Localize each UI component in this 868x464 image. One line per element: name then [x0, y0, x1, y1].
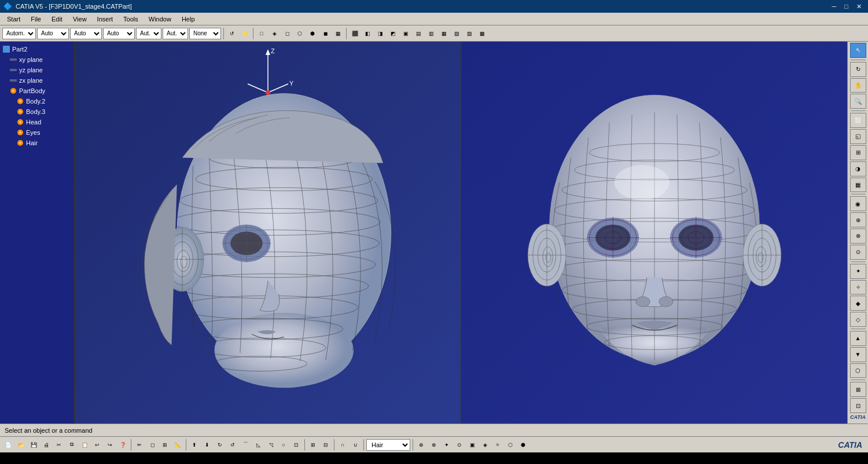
bottom-btn-shaft[interactable]: ↻ — [214, 439, 226, 451]
none-dropdown[interactable]: None — [189, 28, 221, 39]
bottom-btn-open[interactable]: 📂 — [15, 439, 27, 451]
toolbar-btn-2[interactable]: ⭐ — [239, 28, 251, 39]
bottom-btn-groove[interactable]: ↺ — [227, 439, 238, 451]
toolbar-btn-4[interactable]: ◈ — [269, 28, 280, 39]
tree-item-body3[interactable]: Body.3 — [0, 106, 74, 117]
auto3-dropdown[interactable]: Auto — [103, 28, 135, 39]
rt-btn-b[interactable]: ⊕ — [850, 212, 866, 227]
auto2-dropdown[interactable]: Auto — [70, 28, 102, 39]
toolbar-btn-20[interactable]: ▩ — [476, 28, 488, 39]
menu-edit[interactable]: Edit — [47, 14, 67, 24]
tree-root[interactable]: Part2 — [0, 44, 74, 54]
rt-btn-a[interactable]: ◉ — [850, 196, 866, 211]
bottom-btn-x[interactable]: ⊕ — [415, 439, 427, 451]
bottom-btn-new[interactable]: 📄 — [2, 439, 14, 451]
toolbar-btn-10[interactable]: ⬛ — [349, 28, 361, 39]
rt-btn-rotate[interactable]: ↻ — [850, 62, 866, 77]
rt-btn-view-iso[interactable]: ◱ — [850, 129, 866, 144]
bottom-btn-copy[interactable]: ⧉ — [66, 439, 78, 451]
rt-btn-d[interactable]: ⊙ — [850, 245, 866, 260]
menu-insert[interactable]: Insert — [93, 14, 118, 24]
bottom-btn-fillet[interactable]: ⌒ — [240, 439, 251, 451]
bottom-btn-draft[interactable]: ◹ — [265, 439, 277, 451]
menu-tools[interactable]: Tools — [119, 14, 143, 24]
menu-help[interactable]: Help — [177, 14, 200, 24]
rt-btn-pan[interactable]: ✋ — [850, 78, 866, 93]
rt-btn-zoom[interactable]: 🔍 — [850, 94, 866, 109]
menu-view[interactable]: View — [68, 14, 91, 24]
bottom-btn-ff[interactable]: ⬢ — [517, 439, 529, 451]
maximize-button[interactable]: □ — [841, 3, 851, 10]
toolbar-btn-19[interactable]: ▨ — [464, 28, 475, 39]
bottom-btn-pad[interactable]: ⬆ — [189, 439, 200, 451]
rt-btn-c[interactable]: ⊗ — [850, 229, 866, 244]
bottom-btn-undo[interactable]: ↩ — [91, 439, 103, 451]
bottom-btn-z[interactable]: ✦ — [441, 439, 453, 451]
bottom-btn-aa[interactable]: ⊙ — [454, 439, 465, 451]
active-body-dropdown[interactable]: Hair Head Eyes Body.2 Body.3 PartBody — [366, 439, 410, 451]
bottom-btn-pocket[interactable]: ⬇ — [201, 439, 213, 451]
rt-btn-k[interactable]: ⬡ — [850, 363, 866, 378]
toolbar-btn-12[interactable]: ◨ — [374, 28, 386, 39]
rt-btn-f[interactable]: ✧ — [850, 280, 866, 295]
tree-item-zxplane[interactable]: zx plane — [0, 75, 74, 86]
toolbar-btn-18[interactable]: ▧ — [451, 28, 462, 39]
tree-item-xyplane[interactable]: xy plane — [0, 54, 74, 65]
toolbar-btn-6[interactable]: ⬡ — [294, 28, 306, 39]
rt-btn-j[interactable]: ▼ — [850, 347, 866, 362]
menu-window[interactable]: Window — [144, 14, 176, 24]
close-button[interactable]: ✕ — [854, 3, 865, 10]
rt-btn-wireframe[interactable]: ▦ — [850, 178, 866, 193]
aut2-dropdown[interactable]: Aut. — [163, 28, 188, 39]
bottom-btn-pattern[interactable]: ⊞ — [307, 439, 319, 451]
autom-dropdown[interactable]: Autom. — [2, 28, 36, 39]
toolbar-btn-7[interactable]: ⬢ — [307, 28, 318, 39]
rt-btn-shading[interactable]: ◑ — [850, 161, 866, 176]
toolbar-btn-5[interactable]: ◻ — [281, 28, 293, 39]
rt-btn-g[interactable]: ◆ — [850, 296, 866, 311]
aut1-dropdown[interactable]: Aut. — [136, 28, 161, 39]
bottom-btn-shell[interactable]: ○ — [278, 439, 289, 451]
toolbar-btn-14[interactable]: ▣ — [400, 28, 411, 39]
tree-item-head[interactable]: Head — [0, 117, 74, 127]
auto1-dropdown[interactable]: Auto — [37, 28, 69, 39]
viewport-right[interactable] — [462, 42, 847, 424]
bottom-btn-save[interactable]: 💾 — [28, 439, 39, 451]
rt-btn-l[interactable]: ⊠ — [850, 382, 866, 397]
rt-btn-m[interactable]: ⊡ — [850, 398, 866, 413]
toolbar-btn-13[interactable]: ◩ — [387, 28, 399, 39]
toolbar-btn-8[interactable]: ◼ — [319, 28, 331, 39]
bottom-btn-print[interactable]: 🖨 — [41, 439, 52, 451]
viewport-left[interactable]: Z Y — [75, 42, 462, 424]
toolbar-btn-16[interactable]: ▥ — [425, 28, 437, 39]
bottom-btn-sketch[interactable]: ✏ — [134, 439, 145, 451]
bottom-btn-cc[interactable]: ◈ — [479, 439, 491, 451]
toolbar-btn-17[interactable]: ▦ — [438, 28, 450, 39]
toolbar-btn-11[interactable]: ◧ — [362, 28, 373, 39]
bottom-btn-bb[interactable]: ▣ — [466, 439, 478, 451]
rt-btn-h[interactable]: ◇ — [850, 312, 866, 327]
bottom-btn-union[interactable]: ∪ — [350, 439, 361, 451]
bottom-btn-cut[interactable]: ✂ — [53, 439, 65, 451]
tree-item-eyes[interactable]: Eyes — [0, 127, 74, 138]
bottom-btn-dd[interactable]: ✧ — [492, 439, 503, 451]
menu-file[interactable]: File — [26, 14, 46, 24]
bottom-btn-3d[interactable]: ◻ — [146, 439, 158, 451]
bottom-btn-mirror[interactable]: ⊟ — [320, 439, 332, 451]
bottom-btn-ee[interactable]: ⬡ — [505, 439, 516, 451]
minimize-button[interactable]: ─ — [829, 3, 840, 10]
tree-item-hair[interactable]: Hair — [0, 138, 74, 148]
bottom-btn-help[interactable]: ❓ — [117, 439, 128, 451]
rt-btn-fit[interactable]: ⊞ — [850, 145, 866, 160]
bottom-btn-boolean[interactable]: ∩ — [337, 439, 348, 451]
toolbar-btn-3[interactable]: □ — [256, 28, 267, 39]
tree-item-partbody[interactable]: PartBody — [0, 86, 74, 96]
bottom-btn-measure[interactable]: 📐 — [172, 439, 183, 451]
rt-btn-select[interactable]: ↖ — [850, 43, 866, 58]
toolbar-btn-15[interactable]: ▤ — [413, 28, 424, 39]
bottom-btn-y[interactable]: ⊗ — [428, 439, 440, 451]
bottom-btn-paste[interactable]: 📋 — [79, 439, 90, 451]
bottom-btn-redo[interactable]: ↪ — [104, 439, 116, 451]
menu-start[interactable]: Start — [2, 14, 25, 24]
rt-btn-i[interactable]: ▲ — [850, 331, 866, 346]
